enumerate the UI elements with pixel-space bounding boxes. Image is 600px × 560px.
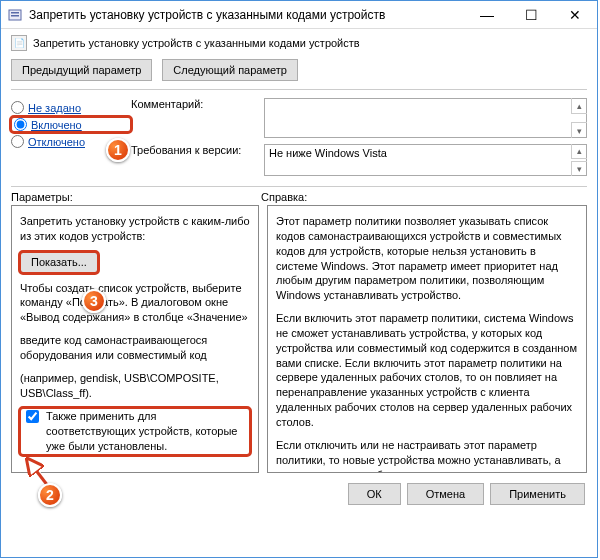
maximize-button[interactable]: ☐: [509, 1, 553, 29]
policy-subtitle: Запретить установку устройств с указанны…: [33, 37, 360, 49]
scroll-down-icon[interactable]: ▾: [571, 122, 587, 138]
next-setting-button[interactable]: Следующий параметр: [162, 59, 298, 81]
annotation-1: 1: [106, 138, 130, 162]
radio-disabled-label[interactable]: Отключено: [28, 136, 85, 148]
options-hint1: Чтобы создать список устройств, выберите…: [20, 281, 250, 326]
svg-rect-1: [11, 12, 19, 14]
radio-disabled[interactable]: [11, 135, 24, 148]
show-button[interactable]: Показать...: [20, 252, 98, 273]
annotation-2: 2: [38, 483, 62, 507]
comment-label: Комментарий:: [131, 98, 256, 110]
pane-labels: Параметры: Справка:: [11, 191, 587, 203]
scroll-up-icon[interactable]: ▴: [571, 144, 587, 159]
apply-button[interactable]: Применить: [490, 483, 585, 505]
panes: Запретить установку устройств с каким-ли…: [11, 205, 587, 473]
annotation-3: 3: [82, 289, 106, 313]
scroll-up-icon[interactable]: ▴: [571, 98, 587, 114]
titlebar: Запретить установку устройств с указанны…: [1, 1, 597, 29]
close-button[interactable]: ✕: [553, 1, 597, 29]
policy-subheader: 📄 Запретить установку устройств с указан…: [1, 29, 597, 55]
cancel-button[interactable]: Отмена: [407, 483, 484, 505]
apply-existing-label: Также применить для соответствующих устр…: [46, 409, 248, 454]
policy-editor-window: Запретить установку устройств с указанны…: [0, 0, 598, 558]
radio-enabled[interactable]: [14, 118, 27, 131]
help-label: Справка:: [261, 191, 587, 203]
settings-area: Не задано Включено Отключено Комментарий…: [1, 90, 597, 186]
window-icon: [7, 7, 23, 23]
options-pane: Запретить установку устройств с каким-ли…: [11, 205, 259, 473]
policy-icon: 📄: [11, 35, 27, 51]
comment-input[interactable]: [264, 98, 587, 138]
ok-button[interactable]: ОК: [348, 483, 401, 505]
options-intro: Запретить установку устройств с каким-ли…: [20, 214, 250, 244]
help-pane: Этот параметр политики позволяет указыва…: [267, 205, 587, 473]
svg-rect-2: [11, 15, 19, 17]
radio-not-configured-label[interactable]: Не задано: [28, 102, 81, 114]
scroll-down-icon[interactable]: ▾: [571, 161, 587, 176]
radio-enabled-label[interactable]: Включено: [31, 119, 82, 131]
supported-value: Не ниже Windows Vista: [264, 144, 587, 176]
apply-existing-checkbox[interactable]: [26, 410, 39, 423]
options-hint3: (например, gendisk, USB\COMPOSITE, USB\C…: [20, 371, 250, 401]
options-hint2: введите код самонастраивающегося оборудо…: [20, 333, 250, 363]
help-p2: Если включить этот параметр политики, си…: [276, 311, 578, 430]
radio-not-configured[interactable]: [11, 101, 24, 114]
supported-label: Требования к версии:: [131, 144, 256, 156]
help-p1: Этот параметр политики позволяет указыва…: [276, 214, 578, 303]
prev-setting-button[interactable]: Предыдущий параметр: [11, 59, 152, 81]
dialog-footer: ОК Отмена Применить: [1, 473, 597, 515]
separator: [11, 186, 587, 187]
window-title: Запретить установку устройств с указанны…: [29, 8, 465, 22]
options-label: Параметры:: [11, 191, 261, 203]
help-p3: Если отключить или не настраивать этот п…: [276, 438, 578, 473]
nav-row: Предыдущий параметр Следующий параметр: [1, 55, 597, 89]
minimize-button[interactable]: —: [465, 1, 509, 29]
